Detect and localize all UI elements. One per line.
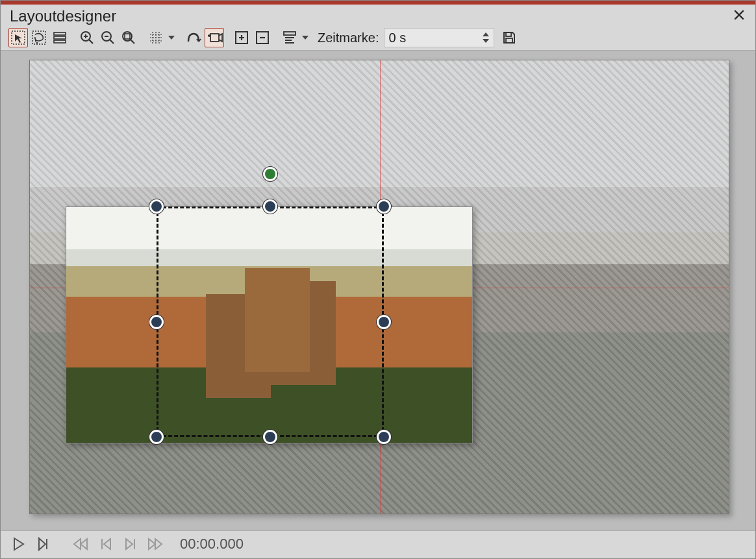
svg-rect-4	[54, 32, 66, 35]
add-keyframe-button[interactable]	[232, 28, 251, 47]
timestamp-spinner[interactable]	[384, 28, 494, 47]
playback-bar: 00:00.000	[1, 530, 755, 558]
resize-handle-w[interactable]	[149, 315, 164, 329]
lasso-tool-button[interactable]	[29, 28, 49, 47]
svg-rect-16	[506, 38, 512, 43]
svg-point-9	[123, 32, 132, 41]
next-frame-button[interactable]	[121, 535, 140, 553]
remove-keyframe-button[interactable]	[253, 28, 272, 47]
play-button[interactable]	[10, 535, 28, 553]
list-view-button[interactable]	[50, 28, 69, 47]
titlebar: Layoutdesigner	[1, 5, 755, 27]
window-title: Layoutdesigner	[10, 7, 116, 25]
align-menu-button[interactable]	[280, 28, 299, 47]
step-forward-button[interactable]	[34, 535, 53, 553]
toolbar: Zeitmarke:	[1, 27, 755, 51]
zoom-in-button[interactable]	[77, 28, 97, 47]
canvas-area[interactable]	[1, 51, 755, 530]
spinner-arrows[interactable]	[482, 31, 490, 44]
motion-path-button[interactable]	[184, 28, 203, 47]
selection-frame[interactable]	[157, 206, 384, 437]
svg-rect-10	[125, 34, 130, 39]
save-button[interactable]	[499, 28, 519, 47]
align-menu-dropdown[interactable]	[301, 28, 310, 47]
grid-snap-dropdown[interactable]	[167, 28, 176, 47]
stage-wrapper	[10, 60, 746, 514]
resize-handle-sw[interactable]	[149, 430, 164, 444]
layout-designer-window: Layoutdesigner	[0, 0, 756, 559]
resize-handle-se[interactable]	[377, 430, 391, 444]
svg-point-3	[36, 42, 38, 43]
selection-box[interactable]	[157, 206, 384, 437]
timestamp-label: Zeitmarke:	[318, 31, 379, 45]
svg-rect-11	[210, 34, 219, 42]
svg-rect-6	[54, 40, 66, 43]
prev-frame-button[interactable]	[97, 535, 115, 553]
rewind-button[interactable]	[72, 535, 90, 553]
resize-handle-e[interactable]	[377, 315, 391, 329]
selection-tool-button[interactable]	[8, 28, 28, 47]
svg-rect-14	[284, 32, 296, 35]
resize-handle-ne[interactable]	[377, 199, 391, 214]
grid-snap-button[interactable]	[146, 28, 166, 47]
timestamp-input[interactable]	[388, 31, 466, 45]
resize-handle-n[interactable]	[263, 199, 277, 214]
fast-forward-button[interactable]	[146, 535, 164, 553]
timecode-display: 00:00.000	[180, 536, 244, 553]
close-button[interactable]	[731, 8, 748, 25]
svg-point-2	[35, 40, 36, 42]
resize-handle-s[interactable]	[263, 430, 277, 444]
zoom-out-button[interactable]	[98, 28, 118, 47]
rotation-handle[interactable]	[263, 167, 277, 181]
resize-handle-nw[interactable]	[149, 199, 164, 214]
svg-rect-5	[54, 36, 66, 39]
camera-keyframe-button[interactable]	[205, 28, 224, 47]
stage[interactable]	[29, 60, 729, 514]
zoom-fit-button[interactable]	[119, 28, 138, 47]
